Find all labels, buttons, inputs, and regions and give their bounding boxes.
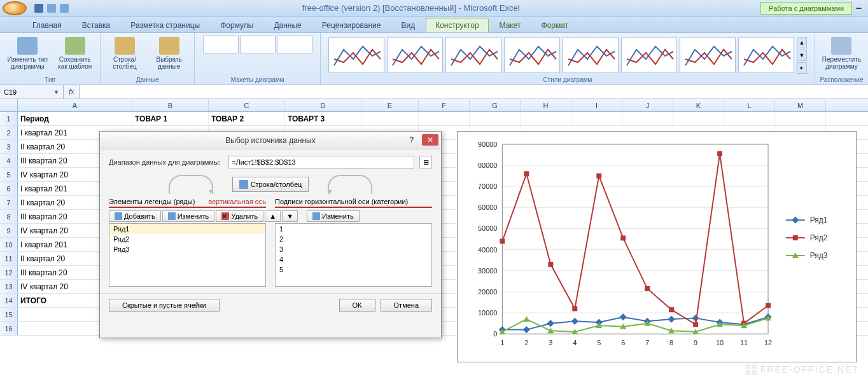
cell[interactable] [470, 112, 521, 125]
switch-row-col-button[interactable]: Строка/столбец [104, 36, 145, 71]
move-down-button[interactable]: ▼ [282, 210, 298, 222]
edit-series-button[interactable]: Изменить [162, 210, 215, 222]
ribbon-tab-Вставка[interactable]: Вставка [73, 18, 120, 32]
series-item[interactable]: Ряд3 [109, 244, 265, 254]
category-item[interactable]: 4 [276, 254, 431, 264]
category-item[interactable]: 1 [276, 224, 431, 234]
select-all-corner[interactable] [0, 99, 18, 111]
ribbon-tab-Главная[interactable]: Главная [23, 18, 71, 32]
row-header[interactable]: 5 [0, 168, 18, 181]
cell[interactable] [571, 112, 622, 125]
cell[interactable]: Период [18, 112, 132, 125]
close-button[interactable]: ✕ [422, 134, 438, 146]
cell[interactable] [673, 112, 724, 125]
row-header[interactable]: 4 [0, 154, 18, 167]
series-listbox[interactable]: Ряд1Ряд2Ряд3 [109, 223, 266, 287]
chart-data-range-input[interactable] [228, 156, 414, 168]
column-header[interactable]: G [470, 99, 521, 111]
chart-style-preset[interactable] [738, 38, 794, 73]
series-item[interactable]: Ряд1 [109, 224, 265, 234]
row-header[interactable]: 9 [0, 224, 18, 237]
chart-style-preset[interactable] [387, 38, 443, 73]
column-header[interactable]: D [285, 99, 361, 111]
ribbon-tab-Макет[interactable]: Макет [490, 18, 531, 32]
cell[interactable] [775, 112, 826, 125]
delete-series-button[interactable]: ✕Удалить [216, 210, 263, 222]
cancel-button[interactable]: Отмена [381, 299, 432, 312]
category-item[interactable]: 5 [276, 264, 431, 275]
category-item[interactable]: 2 [276, 234, 431, 244]
move-up-button[interactable]: ▲ [265, 210, 281, 222]
row-header[interactable]: 15 [0, 308, 18, 321]
office-button[interactable] [3, 1, 27, 15]
row-header[interactable]: 16 [0, 322, 18, 335]
change-chart-type-button[interactable]: Изменить тип диаграммы [4, 36, 51, 71]
cell[interactable] [419, 112, 470, 125]
row-header[interactable]: 12 [0, 266, 18, 279]
row-header[interactable]: 1 [0, 112, 18, 125]
ribbon-tab-Разметка страницы[interactable]: Разметка страницы [121, 18, 209, 32]
undo-icon[interactable] [47, 4, 56, 13]
range-picker-button[interactable]: ⊞ [419, 156, 432, 168]
embedded-chart[interactable]: 0100002000030000400005000060000700008000… [457, 131, 857, 362]
column-header[interactable]: L [724, 99, 775, 111]
row-header[interactable]: 14 [0, 294, 18, 307]
row-header[interactable]: 3 [0, 140, 18, 153]
row-header[interactable]: 13 [0, 280, 18, 293]
column-header[interactable]: A [18, 99, 132, 111]
redo-icon[interactable] [60, 4, 69, 13]
ribbon-tab-Формулы[interactable]: Формулы [211, 18, 263, 32]
help-button[interactable]: ? [405, 134, 418, 146]
column-header[interactable]: E [361, 99, 419, 111]
fx-button[interactable]: fx [64, 85, 80, 99]
row-header[interactable]: 2 [0, 126, 18, 139]
name-box[interactable]: C19▼ [0, 85, 64, 99]
column-header[interactable]: F [419, 99, 470, 111]
row-header[interactable]: 6 [0, 182, 18, 195]
chart-style-preset[interactable] [504, 38, 560, 73]
save-as-template-button[interactable]: Сохранить как шаблон [53, 36, 96, 71]
categories-listbox[interactable]: 12345 [275, 223, 432, 287]
select-data-button[interactable]: Выбрать данные [148, 36, 190, 71]
ok-button[interactable]: ОК [339, 299, 375, 312]
ribbon-tab-Вид[interactable]: Вид [391, 18, 424, 32]
row-header[interactable]: 10 [0, 238, 18, 251]
cell[interactable] [622, 112, 673, 125]
scroll-down-button[interactable]: ▼ [797, 50, 807, 61]
row-header[interactable]: 11 [0, 252, 18, 265]
category-item[interactable]: 3 [276, 244, 431, 254]
row-header[interactable]: 7 [0, 196, 18, 209]
cell[interactable]: ТОВАРТ 3 [285, 112, 361, 125]
chart-style-preset[interactable] [328, 38, 384, 73]
cell[interactable] [361, 112, 419, 125]
scroll-up-button[interactable]: ▲ [797, 37, 807, 48]
cell[interactable]: ТОВАР 1 [132, 112, 209, 125]
column-header[interactable]: C [209, 99, 285, 111]
chart-style-preset[interactable] [445, 38, 501, 73]
cell[interactable]: ТОВАР 2 [209, 112, 285, 125]
column-header[interactable]: B [132, 99, 209, 111]
add-series-button[interactable]: Добавить [109, 210, 161, 222]
minimize-button[interactable]: – [852, 3, 865, 14]
more-styles-button[interactable]: ▾ [797, 62, 807, 74]
series-item[interactable]: Ряд2 [109, 234, 265, 244]
dropdown-icon[interactable]: ▼ [53, 89, 59, 95]
cell[interactable] [521, 112, 571, 125]
ribbon-tab-Данные[interactable]: Данные [264, 18, 311, 32]
formula-input[interactable] [80, 85, 868, 99]
chart-style-preset[interactable] [563, 38, 619, 73]
column-header[interactable]: J [622, 99, 673, 111]
column-header[interactable]: K [673, 99, 724, 111]
column-header[interactable]: M [775, 99, 826, 111]
chart-style-preset[interactable] [680, 38, 736, 73]
edit-categories-button[interactable]: Изменить [307, 210, 360, 222]
save-icon[interactable] [34, 4, 43, 13]
ribbon-tab-Формат[interactable]: Формат [532, 18, 578, 32]
column-header[interactable]: I [571, 99, 622, 111]
ribbon-tab-Конструктор[interactable]: Конструктор [426, 18, 488, 32]
cell[interactable] [724, 112, 775, 125]
layout-preset[interactable] [240, 36, 276, 53]
switch-row-column-button[interactable]: Строка/столбец [232, 177, 309, 192]
row-header[interactable]: 8 [0, 210, 18, 223]
ribbon-tab-Рецензирование[interactable]: Рецензирование [312, 18, 391, 32]
